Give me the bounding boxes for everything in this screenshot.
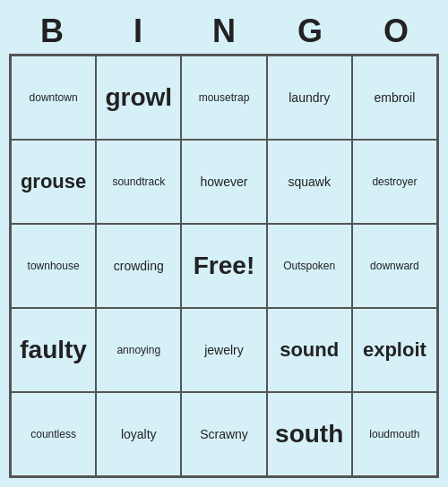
bingo-cell: crowding (96, 224, 181, 308)
header-letter: I (95, 9, 181, 54)
cell-text: however (201, 175, 248, 189)
bingo-header: BINGO (9, 9, 439, 54)
cell-text: grouse (21, 170, 86, 193)
bingo-cell: countless (11, 392, 96, 476)
cell-text: loyalty (121, 427, 157, 441)
cell-text: loudmouth (369, 428, 419, 440)
bingo-cell: destroyer (352, 140, 437, 224)
cell-text: Outspoken (283, 260, 335, 272)
bingo-grid: downtowngrowlmousetraplaundryembroilgrou… (9, 54, 439, 478)
bingo-cell: Scrawny (181, 392, 266, 476)
header-letter: B (9, 9, 95, 54)
bingo-cell: south (267, 392, 352, 476)
bingo-cell: grouse (11, 140, 96, 224)
cell-text: downtown (30, 91, 78, 104)
cell-text: jewelry (204, 343, 244, 357)
bingo-cell: Free! (181, 224, 266, 308)
bingo-card: BINGO downtowngrowlmousetraplaundryembro… (9, 9, 439, 478)
cell-text: townhouse (28, 260, 80, 272)
cell-text: countless (30, 428, 76, 440)
bingo-cell: loyalty (96, 392, 181, 476)
cell-text: sound (280, 338, 339, 362)
cell-text: soundtrack (112, 175, 165, 188)
bingo-cell: mousetrap (181, 56, 266, 140)
cell-text: downward (370, 260, 419, 272)
bingo-cell: downward (352, 224, 437, 308)
bingo-cell: annoying (96, 308, 181, 392)
header-letter: G (267, 9, 353, 54)
bingo-cell: soundtrack (96, 140, 181, 224)
bingo-cell: Outspoken (267, 224, 352, 308)
cell-text: growl (105, 83, 172, 112)
cell-text: destroyer (372, 175, 417, 188)
bingo-cell: loudmouth (352, 392, 437, 476)
cell-text: embroil (374, 90, 415, 105)
cell-text: squawk (288, 175, 330, 189)
cell-text: faulty (20, 336, 87, 364)
cell-text: Scrawny (200, 427, 248, 441)
cell-text: mousetrap (199, 91, 250, 104)
cell-text: Free! (194, 252, 254, 280)
bingo-cell: exploit (352, 308, 437, 392)
bingo-cell: embroil (352, 56, 437, 140)
bingo-cell: laundry (267, 56, 352, 140)
cell-text: exploit (363, 338, 426, 362)
bingo-cell: jewelry (181, 308, 266, 392)
bingo-cell: squawk (267, 140, 352, 224)
cell-text: south (275, 420, 343, 449)
header-letter: O (353, 9, 439, 54)
cell-text: annoying (116, 344, 160, 356)
cell-text: laundry (289, 90, 330, 105)
bingo-cell: growl (96, 56, 181, 140)
bingo-cell: however (181, 140, 266, 224)
bingo-cell: downtown (11, 56, 96, 140)
bingo-cell: sound (267, 308, 352, 392)
header-letter: N (181, 9, 267, 54)
cell-text: crowding (114, 259, 164, 273)
bingo-cell: townhouse (11, 224, 96, 308)
bingo-cell: faulty (11, 308, 96, 392)
